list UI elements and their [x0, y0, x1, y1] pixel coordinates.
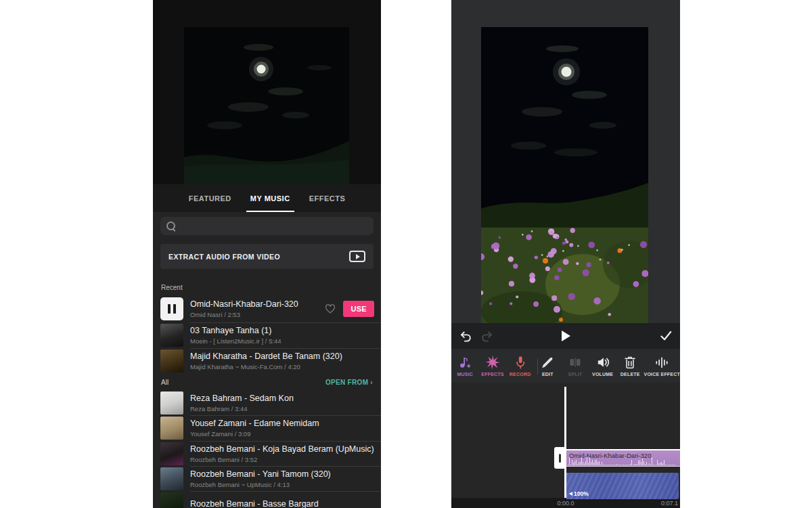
- tab-effects[interactable]: EFFECTS: [309, 184, 346, 212]
- playhead-line: [564, 387, 566, 498]
- pencil-icon: [540, 355, 555, 370]
- time-total: 0:07.1: [661, 500, 678, 507]
- speaker-small-icon: [569, 492, 572, 496]
- all-label: All: [161, 379, 168, 386]
- song-subtitle: Roozbeh Bemani ~ UpMusic / 4:13: [190, 481, 374, 488]
- song-row[interactable]: Roozbeh Bemani - Basse Bargard: [153, 491, 381, 508]
- song-row[interactable]: Majid Kharatha - Dardet Be Tanam (320) M…: [153, 348, 381, 374]
- album-art: [160, 492, 183, 508]
- extract-audio-label: EXTRACT AUDIO FROM VIDEO: [168, 253, 280, 261]
- music-note-plus-icon: [457, 355, 472, 370]
- song-row[interactable]: Roozbeh Bemani - Yani Tamom (320) Roozbe…: [153, 466, 381, 491]
- pause-icon[interactable]: [160, 297, 183, 320]
- song-title: 03 Tanhaye Tanha (1): [190, 326, 374, 335]
- play-icon[interactable]: [557, 327, 574, 345]
- audio-track-clip[interactable]: Omid-Nasri-Khabar-Dari-320: [566, 449, 680, 467]
- toolbar-delete-button[interactable]: DELETE: [616, 349, 644, 383]
- album-art: [160, 467, 183, 490]
- video-preview-night-sky: [184, 27, 349, 184]
- song-subtitle: Roozbeh Bemani / 3:52: [190, 456, 374, 463]
- toolbar-split-button: SPLIT: [562, 349, 589, 383]
- editor-toolbar: MUSIC EFFECTS RECORD EDIT: [451, 349, 680, 383]
- extract-audio-button[interactable]: EXTRACT AUDIO FROM VIDEO: [160, 244, 374, 269]
- song-title: Reza Bahram - Sedam Kon: [190, 394, 374, 403]
- album-art: [160, 417, 183, 440]
- song-row[interactable]: Reza Bahram - Sedam Kon Reza Bahram / 3:…: [153, 390, 381, 415]
- video-track-clip[interactable]: 100%: [566, 473, 679, 499]
- toolbar-record-button[interactable]: RECORD: [506, 349, 534, 383]
- album-art: [160, 391, 183, 415]
- editor-control-bar: [451, 323, 680, 349]
- video-editor-screen: MUSIC EFFECTS RECORD EDIT: [451, 0, 680, 508]
- search-input[interactable]: [160, 217, 374, 235]
- use-button[interactable]: USE: [343, 301, 374, 317]
- song-subtitle: Yousef Zamani / 3:09: [190, 430, 374, 438]
- song-title: Roozbeh Bemani - Basse Bargard: [190, 499, 374, 508]
- clip-volume-badge: 100%: [569, 490, 589, 497]
- chevron-right-icon: ›: [370, 379, 373, 386]
- song-subtitle: Reza Bahram / 3:44: [190, 405, 374, 412]
- video-preview-area: [153, 0, 381, 184]
- favorite-heart-icon[interactable]: [324, 303, 336, 315]
- search-icon: [166, 221, 176, 231]
- song-subtitle: Majid Kharatha ~ Music-Fa.Com / 4:20: [190, 363, 374, 371]
- recent-section-header: Recent: [153, 278, 381, 295]
- timeline-area[interactable]: Omid-Nasri-Khabar-Dari-320 100% 0:00.0 0…: [451, 383, 680, 508]
- desktop-background: FEATURED MY MUSIC EFFECTS EXTRACT AUDIO …: [0, 0, 812, 508]
- toolbar-music-button[interactable]: MUSIC: [451, 349, 479, 383]
- video-play-icon: [349, 251, 365, 262]
- album-art: [160, 442, 183, 465]
- music-picker-screen: FEATURED MY MUSIC EFFECTS EXTRACT AUDIO …: [153, 0, 381, 508]
- song-title: Yousef Zamani - Edame Nemidam: [190, 419, 374, 428]
- time-current: 0:00.0: [545, 500, 586, 507]
- confirm-check-icon[interactable]: [657, 327, 675, 345]
- toolbar-divider: [537, 358, 538, 375]
- song-row[interactable]: Roozbeh Bemani - Koja Bayad Beram (UpMus…: [153, 441, 381, 466]
- video-preview-moon-flower-field: [481, 27, 648, 323]
- song-title: Roozbeh Bemani - Yani Tamom (320): [190, 469, 374, 479]
- song-title: Omid-Nasri-Khabar-Dari-320: [190, 299, 317, 309]
- trash-icon: [623, 355, 637, 370]
- toolbar-edit-button[interactable]: EDIT: [534, 349, 562, 383]
- song-subtitle: Omid Nasri / 2:53: [190, 311, 317, 318]
- split-clip-icon: [568, 355, 583, 370]
- tab-my-music[interactable]: MY MUSIC: [250, 184, 290, 212]
- album-art: [160, 350, 183, 373]
- music-tabs: FEATURED MY MUSIC EFFECTS: [153, 184, 381, 212]
- song-row[interactable]: Yousef Zamani - Edame Nemidam Yousef Zam…: [153, 415, 381, 441]
- redo-icon[interactable]: [478, 327, 496, 345]
- tab-featured[interactable]: FEATURED: [189, 184, 231, 212]
- song-title: Majid Kharatha - Dardet Be Tanam (320): [190, 352, 374, 361]
- microphone-icon: [513, 355, 528, 370]
- speaker-icon: [595, 355, 610, 370]
- all-section-header: All OPEN FROM ›: [153, 374, 381, 390]
- toolbar-voice-effect-button[interactable]: VOICE EFFECT: [644, 349, 680, 383]
- open-from-link[interactable]: OPEN FROM ›: [325, 379, 373, 386]
- clip-trim-handle[interactable]: [554, 447, 566, 469]
- song-row-selected[interactable]: Omid-Nasri-Khabar-Dari-320 Omid Nasri / …: [153, 295, 381, 322]
- toolbar-effects-button[interactable]: EFFECTS: [479, 349, 507, 383]
- waveform: [568, 457, 679, 465]
- undo-icon[interactable]: [457, 327, 474, 345]
- song-title: Roozbeh Bemani - Koja Bayad Beram (UpMus…: [190, 444, 374, 454]
- song-row[interactable]: 03 Tanhaye Tanha (1) Moein - [ Listen2Mu…: [153, 322, 381, 348]
- spark-star-icon: [485, 355, 500, 370]
- song-subtitle: Moein - [ Listen2Music.ir ] / 5:44: [190, 337, 374, 345]
- voice-equalizer-icon: [654, 355, 669, 370]
- album-art: [160, 324, 183, 347]
- song-list: Recent Omid-Nasri-Khabar-Dari-320 Omid N…: [153, 278, 381, 508]
- toolbar-volume-button[interactable]: VOLUME: [589, 349, 616, 383]
